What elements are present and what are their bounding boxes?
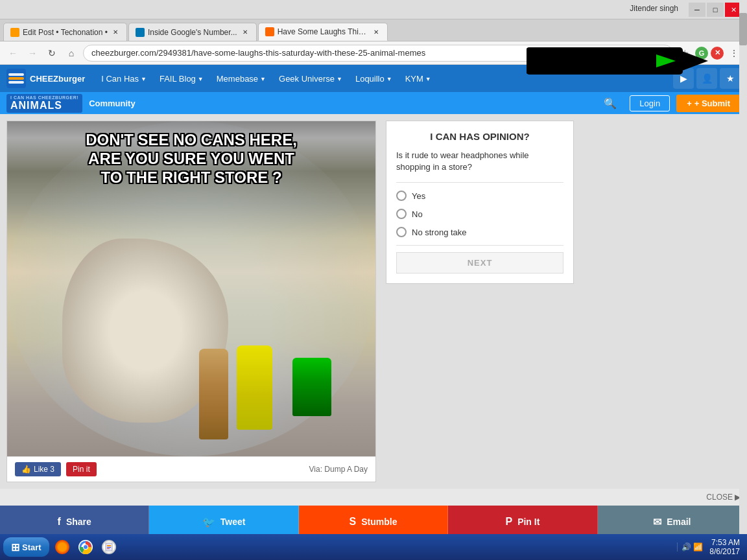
tab-label-1: Edit Post • Techonation • [23,28,108,37]
radio-nostrongtake [396,227,407,237]
home-button[interactable]: ⌂ [64,45,79,61]
paint-icon-inner [102,540,116,554]
cheezburger-logo[interactable]: CHEEZburger [6,69,85,88]
st-icon: S [350,516,357,528]
share-bar: f Share 🐦 Tweet S Stumble P Pin It ✉ Ema… [0,506,747,538]
svg-rect-12 [107,547,111,548]
tab-edit-post[interactable]: Edit Post • Techonation • ✕ [3,23,127,41]
radio-no [396,209,407,219]
sidebar: I CAN HAS OPINION? Is it rude to wear he… [386,121,574,482]
share-facebook-button[interactable]: f Share [0,506,149,538]
window-title: Jitender singh [630,4,678,13]
pinterest-label: Pin it [73,465,90,474]
poll-divider-top [396,182,563,183]
maximize-button[interactable]: □ [707,3,724,17]
clock-date: 8/6/2017 [709,547,740,556]
forward-button[interactable]: → [25,45,40,61]
toolbar-icons: ☆ G ✕ ⋮ [677,45,742,61]
nav-item-failblog[interactable]: FAIL Blog ▼ [153,65,210,92]
nav-user-icon[interactable]: 👤 [696,68,717,89]
bottle-brown [199,349,228,439]
search-button[interactable]: 🔍 [604,97,617,110]
poll-option-yes-label: Yes [412,191,425,201]
submit-label: + Submit [694,99,730,108]
nav-item-memebase[interactable]: Memebase ▼ [210,65,272,92]
nav-star-icon[interactable]: ★ [720,68,741,89]
like-label: Like 3 [34,465,54,474]
nav-item-ican[interactable]: I Can Has ▼ [95,65,153,92]
ext-green-icon[interactable]: G [695,47,708,60]
poll-widget: I CAN HAS OPINION? Is it rude to wear he… [386,121,574,284]
close-button-row[interactable]: CLOSE ▶ [706,493,741,502]
poll-question: Is it rude to wear headphones while shop… [396,150,563,173]
poll-option-yes[interactable]: Yes [396,191,563,201]
reload-button[interactable]: ↻ [44,45,60,61]
main-content: Don't see no cans here, are you sure you… [6,121,376,482]
animals-logo-img: I CAN HAS CHEEZBURGER! ANIMALS [6,94,82,113]
poll-option-no[interactable]: No [396,209,563,219]
tab-cheezburger[interactable]: Have Some Laughs This... ✕ [258,23,388,41]
animals-logo[interactable]: I CAN HAS CHEEZBURGER! ANIMALS [6,94,82,113]
site-wrapper: CHEEZburger I Can Has ▼ FAIL Blog ▼ Meme… [0,65,747,538]
sub-nav: I CAN HAS CHEEZBURGER! ANIMALS Community… [0,92,747,114]
animals-text-small: I CAN HAS CHEEZBURGER! [10,95,78,100]
tab-favicon-1 [10,28,19,37]
login-button[interactable]: Login [630,95,670,111]
taskbar-chrome-icon[interactable] [75,537,96,557]
em-icon: ✉ [653,516,661,528]
share-stumble-button[interactable]: S Stumble [299,506,448,538]
meme-text: Don't see no cans here, are you sure you… [7,131,375,187]
pt-icon: P [505,516,512,528]
tab-favicon-3 [265,27,274,36]
poll-divider-bottom [396,245,563,246]
nav-dropdown-arrow-3: ▼ [337,76,342,82]
nav-play-icon[interactable]: ▶ [673,68,694,89]
pinterest-button[interactable]: Pin it [66,462,97,476]
nav-item-geek[interactable]: Geek Universe ▼ [272,65,349,92]
poll-next-button[interactable]: NEXT [396,252,563,274]
tab-linkedin[interactable]: Inside Google's Number... ✕ [128,23,257,41]
bottle-yellow [237,345,272,430]
tabs-bar: Edit Post • Techonation • ✕ Inside Googl… [0,19,747,41]
start-label: Start [22,542,42,552]
url-input[interactable] [83,45,673,62]
share-pinterest-button[interactable]: P Pin It [448,506,597,538]
tab-close-2[interactable]: ✕ [241,28,250,37]
nav-item-kym[interactable]: KYM ▼ [399,65,438,92]
bookmark-icon[interactable]: ☆ [677,45,693,61]
svg-rect-11 [107,545,111,546]
ext-red-icon[interactable]: ✕ [711,47,724,60]
scrollbar[interactable] [739,114,747,489]
svg-point-9 [84,545,88,549]
close-label: CLOSE [706,493,733,502]
main-nav: CHEEZburger I Can Has ▼ FAIL Blog ▼ Meme… [0,65,747,92]
tw-label: Tweet [220,517,246,527]
start-button[interactable]: ⊞ Start [3,537,49,557]
tab-close-3[interactable]: ✕ [372,27,381,36]
minimize-button[interactable]: ─ [689,3,706,17]
st-label: Stumble [361,517,397,527]
logo-text: CHEEZburger [30,74,85,84]
taskbar-firefox-icon[interactable]: F [52,537,73,557]
firefox-icon-inner: F [55,540,69,554]
poll-option-nostrongtake[interactable]: No strong take [396,227,563,237]
bottle-green [292,358,331,416]
taskbar-paint-icon[interactable] [99,537,119,557]
community-link[interactable]: Community [89,99,136,108]
clock-time: 7:53 AM [709,538,740,547]
like-button[interactable]: 👍 Like 3 [15,462,61,476]
submit-plus-icon: + [687,99,692,108]
tab-close-1[interactable]: ✕ [111,28,120,37]
nav-dropdown-arrow-2: ▼ [260,76,266,82]
svg-rect-5 [8,81,24,84]
share-twitter-button[interactable]: 🐦 Tweet [149,506,298,538]
radio-yes [396,191,407,201]
nav-dropdown-arrow-0: ▼ [141,76,147,82]
back-button[interactable]: ← [5,45,21,61]
nav-dropdown-arrow-4: ▼ [386,76,392,82]
submit-button[interactable]: + + Submit [676,95,741,112]
nav-item-loquillo[interactable]: Loquillo ▼ [349,65,399,92]
share-email-button[interactable]: ✉ Email [598,506,747,538]
like-icon: 👍 [21,465,31,474]
tw-icon: 🐦 [202,516,215,528]
